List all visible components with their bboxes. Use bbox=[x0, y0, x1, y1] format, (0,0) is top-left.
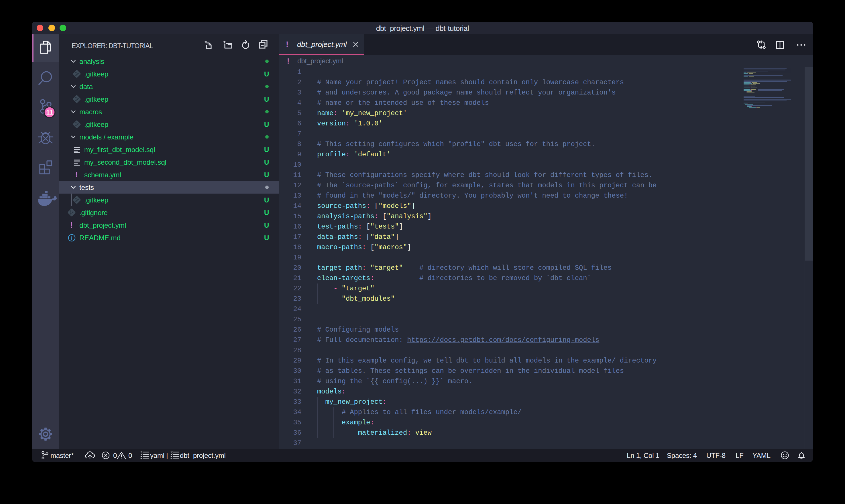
svg-text:11: 11 bbox=[46, 109, 53, 116]
